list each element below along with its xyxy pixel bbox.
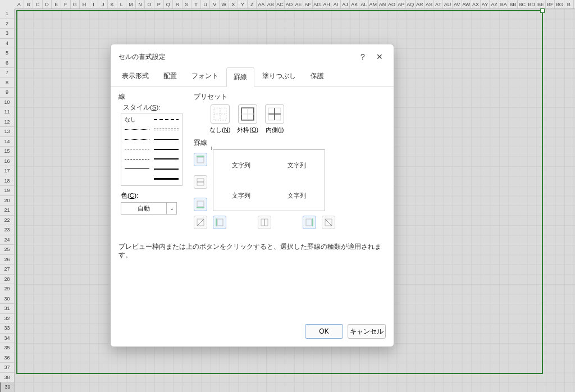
row-39[interactable]: 39 [0,382,14,392]
col-AM[interactable]: AM [369,0,378,8]
row-1[interactable]: 1 [0,9,14,19]
col-BD[interactable]: BD [527,0,537,8]
col-AJ[interactable]: AJ [341,0,350,8]
tab-protection[interactable]: 保護 [304,67,331,86]
col-AV[interactable]: AV [453,0,462,8]
col-Q[interactable]: Q [164,0,174,8]
border-diag-up-button[interactable] [194,216,207,229]
col-R[interactable]: R [173,0,182,8]
row-36[interactable]: 36 [0,353,14,363]
col-AK[interactable]: AK [350,0,359,8]
col-A[interactable]: A [15,0,24,8]
col-AL[interactable]: AL [359,0,369,8]
row-6[interactable]: 6 [0,58,14,69]
col-AD[interactable]: AD [285,0,294,8]
row-29[interactable]: 29 [0,284,14,294]
col-P[interactable]: P [154,0,164,8]
border-top-button[interactable] [194,153,207,166]
row-24[interactable]: 24 [0,235,14,245]
col-BG[interactable]: BG [555,0,564,8]
row-2[interactable]: 2 [0,19,14,29]
col-E[interactable]: E [52,0,61,8]
row-32[interactable]: 32 [0,314,14,324]
row-14[interactable]: 14 [0,137,14,147]
row-7[interactable]: 7 [0,68,14,78]
col-H[interactable]: H [80,0,89,8]
col-AN[interactable]: AN [378,0,387,8]
col-C[interactable]: C [33,0,43,8]
row-31[interactable]: 31 [0,304,14,314]
col-AE[interactable]: AE [294,0,304,8]
col-O[interactable]: O [145,0,154,8]
row-headers[interactable]: 1234567891011121314151617181920212223242… [0,9,15,392]
col-Z[interactable]: Z [248,0,257,8]
col-X[interactable]: X [229,0,239,8]
col-N[interactable]: N [136,0,145,8]
style-medium2[interactable] [154,158,179,159]
col-M[interactable]: M [126,0,136,8]
col-L[interactable]: L [117,0,127,8]
col-AI[interactable]: AI [331,0,341,8]
row-20[interactable]: 20 [0,196,14,206]
tab-alignment[interactable]: 配置 [157,67,184,86]
col-D[interactable]: D [43,0,52,8]
col-AZ[interactable]: AZ [490,0,499,8]
col-AG[interactable]: AG [313,0,322,8]
row-21[interactable]: 21 [0,206,14,216]
row-4[interactable]: 4 [0,39,14,49]
style-thick[interactable] [154,178,179,180]
col-AB[interactable]: AB [266,0,276,8]
style-thin[interactable] [154,139,179,140]
row-30[interactable]: 30 [0,294,14,304]
col-AW[interactable]: AW [462,0,472,8]
tab-border[interactable]: 罫線 [226,67,254,87]
col-G[interactable]: G [71,0,80,8]
row-13[interactable]: 13 [0,127,14,137]
row-18[interactable]: 18 [0,176,14,186]
row-10[interactable]: 10 [0,98,14,108]
col-AU[interactable]: AU [443,0,453,8]
col-BC[interactable]: BC [518,0,527,8]
row-5[interactable]: 5 [0,48,14,58]
close-button[interactable]: ✕ [371,50,388,63]
row-25[interactable]: 25 [0,245,14,255]
style-dash2[interactable] [125,159,149,159]
row-19[interactable]: 19 [0,186,14,196]
col-AQ[interactable]: AQ [406,0,416,8]
row-17[interactable]: 17 [0,166,14,176]
col-BE[interactable]: BE [536,0,546,8]
style-thick-dash[interactable] [154,119,179,120]
row-11[interactable]: 11 [0,107,14,117]
preset-outline[interactable]: 外枠(O) [237,104,258,134]
col-AC[interactable]: AC [276,0,285,8]
chevron-down-icon[interactable]: ⌄ [166,203,176,214]
row-35[interactable]: 35 [0,343,14,353]
row-22[interactable]: 22 [0,216,14,226]
col-AY[interactable]: AY [481,0,490,8]
col-K[interactable]: K [108,0,117,8]
style-dot2[interactable] [125,139,149,140]
col-AR[interactable]: AR [416,0,425,8]
col-U[interactable]: U [201,0,211,8]
row-23[interactable]: 23 [0,225,14,235]
border-left-button[interactable] [213,216,226,229]
col-AP[interactable]: AP [396,0,406,8]
preset-inside[interactable]: 内側(I) [265,104,284,134]
col-AH[interactable]: AH [322,0,332,8]
style-hair[interactable] [125,168,149,169]
row-3[interactable]: 3 [0,29,14,39]
col-T[interactable]: T [191,0,201,8]
border-vmiddle-button[interactable] [258,216,271,229]
border-bottom-button[interactable] [194,198,207,211]
col-B[interactable]: B [24,0,34,8]
row-8[interactable]: 8 [0,78,14,88]
col-Y[interactable]: Y [238,0,248,8]
style-double[interactable] [154,168,179,170]
border-diag-down-button[interactable] [322,216,335,229]
tab-font[interactable]: フォント [185,67,225,86]
col-BA[interactable]: BA [499,0,509,8]
style-dash[interactable] [125,149,149,149]
col-F[interactable]: F [61,0,71,8]
style-dot[interactable] [125,129,149,130]
border-preview[interactable]: 文字列 文字列 文字列 文字列 [213,149,325,211]
